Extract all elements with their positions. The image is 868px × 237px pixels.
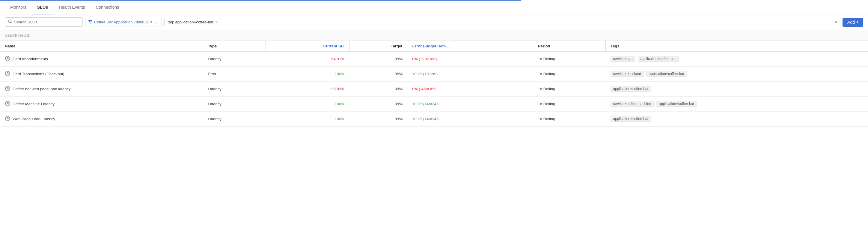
cell-error-budget: 100% (14m24s): [407, 97, 533, 112]
slo-table: Name Type Current SLI Target Error Budge…: [0, 41, 868, 127]
slo-name[interactable]: Card Transactions (Checkout): [12, 72, 64, 76]
toolbar: Coffee Bar Application (default) ▾ ⋮ tag…: [0, 14, 868, 30]
clear-button[interactable]: ×: [832, 18, 840, 26]
slo-name[interactable]: Web Page Load Latency: [12, 117, 55, 121]
tag-chip: tag: application=coffee-bar ×: [164, 18, 221, 26]
cell-error-budget: 0% (-45m36s): [407, 82, 533, 97]
cell-period: 1d Rolling: [533, 97, 606, 112]
filter-default: (default): [134, 20, 149, 24]
col-header-current-sli: Current SLI: [266, 41, 349, 52]
col-header-tags: Tags: [606, 41, 868, 52]
tag-badge: service=coffee-machine: [611, 101, 654, 107]
cell-target: 99%: [349, 82, 407, 97]
tag-badge: service=cart: [611, 56, 636, 62]
slo-icon: [5, 71, 10, 77]
cell-period: 1d Rolling: [533, 112, 606, 127]
cell-tags: service=coffee-machineapplication=coffee…: [606, 97, 868, 111]
col-header-period: Period: [533, 41, 606, 52]
col-header-name: Name: [0, 41, 203, 52]
slo-name[interactable]: Coffee Machine Latency: [12, 102, 55, 106]
col-header-error-budget: Error Budget Rem...: [407, 41, 533, 52]
svg-line-1: [11, 23, 12, 24]
cell-type: Latency: [203, 97, 266, 112]
cell-target: 99%: [349, 112, 407, 127]
tab-slos[interactable]: SLOs: [32, 1, 54, 14]
tag-badge: application=coffee-bar: [638, 56, 679, 62]
cell-tags: application=coffee-bar: [606, 112, 868, 126]
add-button[interactable]: Add ▾: [842, 18, 863, 27]
cell-target: 99%: [349, 97, 407, 112]
filter-label: Coffee Bar Application: [94, 20, 132, 24]
cell-error-budget: 0% (-6.9k req): [407, 52, 533, 67]
table-wrapper: Name Type Current SLI Target Error Budge…: [0, 41, 868, 127]
tag-chip-close[interactable]: ×: [215, 20, 218, 24]
cell-name: Web Page Load Latency: [0, 112, 203, 127]
add-label: Add: [847, 20, 855, 25]
cell-tags: service=checkoutapplication=coffee-bar: [606, 67, 868, 81]
cell-type: Latency: [203, 52, 266, 67]
slo-icon: [5, 116, 10, 122]
tab-connections[interactable]: Connections: [90, 1, 124, 14]
filter-chevron-icon: ▾: [151, 20, 152, 24]
tab-health-events[interactable]: Health Events: [53, 1, 90, 14]
cell-period: 1d Rolling: [533, 52, 606, 67]
search-box[interactable]: [5, 18, 83, 27]
tag-badge: application=coffee-bar: [611, 116, 651, 122]
cell-current-sli: 95.83%: [266, 82, 349, 97]
tag-badge: application=coffee-bar: [656, 101, 697, 107]
table-row: Coffee Machine Latency Latency100%99%100…: [0, 97, 868, 112]
filter-dots-icon: ⋮: [154, 20, 159, 25]
tab-monitors[interactable]: Monitors: [5, 1, 32, 14]
svg-point-0: [9, 20, 11, 23]
cell-target: 95%: [349, 67, 407, 82]
cell-name: Card Transactions (Checkout): [0, 67, 203, 82]
tag-badge: application=coffee-bar: [611, 86, 651, 92]
tag-badge: application=coffee-bar: [646, 71, 687, 77]
cell-name: Coffee Machine Latency: [0, 97, 203, 112]
search-input[interactable]: [14, 20, 80, 24]
tag-chip-label: tag: application=coffee-bar: [167, 20, 213, 24]
cell-period: 1d Rolling: [533, 82, 606, 97]
table-row: Card abondonments Latency64.91%99%0% (-6…: [0, 52, 868, 67]
table-row: Coffee bar web page load latency Latency…: [0, 82, 868, 97]
cell-current-sli: 100%: [266, 97, 349, 112]
cell-error-budget: 100% (14m24s): [407, 112, 533, 127]
filter-icon: [88, 20, 92, 25]
col-header-target: Target: [349, 41, 407, 52]
cell-current-sli: 64.91%: [266, 52, 349, 67]
cell-error-budget: 100% (1h12m): [407, 67, 533, 82]
cell-tags: service=cartapplication=coffee-bar: [606, 52, 868, 66]
slo-icon: [5, 86, 10, 92]
col-header-type: Type: [203, 41, 266, 52]
slo-icon: [5, 56, 10, 62]
slo-name[interactable]: Coffee bar web page load latency: [12, 87, 70, 91]
nav-tabs: Monitors SLOs Health Events Connections: [0, 1, 868, 14]
cell-name: Card abondonments: [0, 52, 203, 67]
table-row: Web Page Load Latency Latency100%99%100%…: [0, 112, 868, 127]
slo-name[interactable]: Card abondonments: [12, 57, 48, 61]
cell-name: Coffee bar web page load latency: [0, 82, 203, 97]
tag-badge: service=checkout: [611, 71, 644, 77]
cell-target: 99%: [349, 52, 407, 67]
cell-current-sli: 100%: [266, 112, 349, 127]
table-row: Card Transactions (Checkout) Error100%95…: [0, 67, 868, 82]
search-icon: [8, 20, 12, 25]
cell-tags: application=coffee-bar: [606, 82, 868, 96]
add-chevron-icon: ▾: [857, 20, 859, 24]
cell-period: 1d Rolling: [533, 67, 606, 82]
cell-type: Latency: [203, 112, 266, 127]
cell-type: Latency: [203, 82, 266, 97]
filter-pill[interactable]: Coffee Bar Application (default) ▾ ⋮: [85, 18, 162, 26]
svg-marker-2: [89, 21, 92, 23]
cell-current-sli: 100%: [266, 67, 349, 82]
results-label: Search results: [0, 30, 868, 41]
cell-type: Error: [203, 67, 266, 82]
slo-icon: [5, 101, 10, 107]
